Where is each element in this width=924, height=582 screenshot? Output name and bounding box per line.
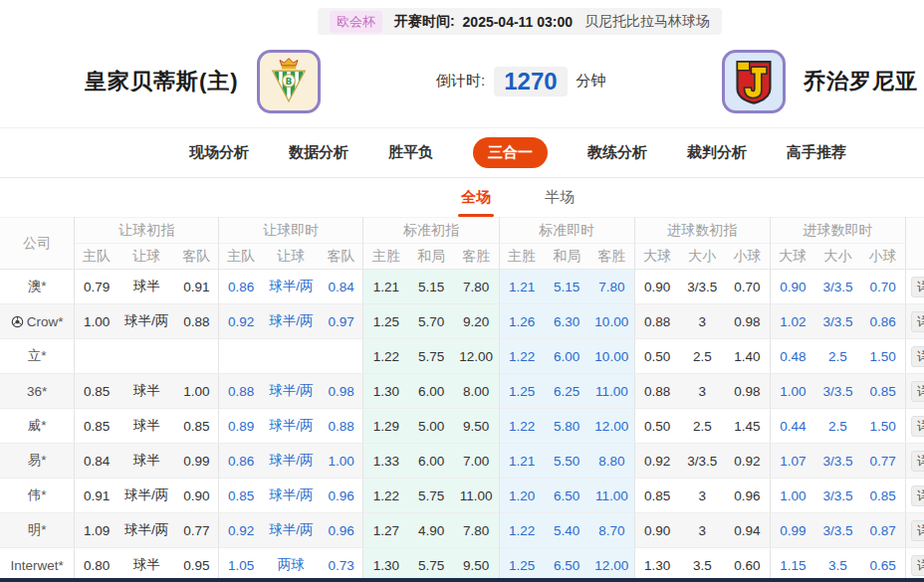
odds-cell: 10.00 bbox=[589, 339, 634, 374]
table-row: Crow*1.00球半/两0.880.92球半/两0.971.255.709.2… bbox=[0, 304, 924, 339]
league-badge[interactable]: 欧会杯 bbox=[330, 11, 382, 33]
detail-column-header bbox=[906, 218, 924, 270]
detail-button[interactable]: 详 bbox=[911, 520, 924, 541]
odds-table: 公司让球初指让球即时标准初指标准即时进球数初指进球数即时主队让球客队主队让球客队… bbox=[0, 217, 924, 582]
odds-cell: 0.84 bbox=[320, 270, 363, 304]
odds-cell: 1.25 bbox=[499, 374, 544, 409]
odds-cell: 0.80 bbox=[75, 548, 118, 582]
column-subheader: 主队 bbox=[75, 244, 118, 270]
odds-cell: 0.44 bbox=[770, 409, 814, 444]
odds-cell: 1.29 bbox=[363, 409, 408, 444]
odds-cell: 0.92 bbox=[725, 444, 770, 479]
odds-cell: 1.45 bbox=[725, 409, 770, 444]
odds-cell: 0.77 bbox=[860, 444, 905, 479]
detail-button[interactable]: 详 bbox=[911, 555, 924, 576]
tab-expert-picks[interactable]: 高手推荐 bbox=[787, 143, 846, 162]
odds-cell: 0.90 bbox=[634, 270, 679, 304]
odds-cell: 1.05 bbox=[219, 548, 263, 582]
odds-cell: 3 bbox=[680, 304, 725, 339]
odds-cell: 4.90 bbox=[408, 513, 453, 548]
odds-cell: 5.70 bbox=[408, 304, 453, 339]
tab-live-analysis[interactable]: 现场分析 bbox=[189, 143, 249, 162]
odds-cell: 1.22 bbox=[499, 409, 544, 444]
company-cell: 澳* bbox=[0, 270, 75, 304]
detail-button[interactable]: 详 bbox=[911, 485, 924, 506]
column-subheader: 小球 bbox=[860, 244, 905, 270]
detail-cell: 详 bbox=[906, 339, 924, 374]
column-subheader: 大小 bbox=[815, 244, 860, 270]
odds-cell: 1.21 bbox=[363, 270, 408, 304]
odds-cell: 0.90 bbox=[174, 479, 218, 513]
away-team-name[interactable]: 乔治罗尼亚 bbox=[804, 67, 918, 97]
odds-cell: 12.00 bbox=[454, 339, 499, 374]
odds-cell: 6.25 bbox=[544, 374, 588, 409]
nav-tabs: 现场分析数据分析胜平负三合一教练分析裁判分析高手推荐 bbox=[189, 137, 846, 168]
odds-cell: 3.5 bbox=[680, 548, 725, 582]
detail-button[interactable]: 详 bbox=[911, 311, 924, 332]
odds-cell: 1.00 bbox=[770, 374, 814, 409]
kickoff-time: 2025-04-11 03:00 bbox=[463, 14, 574, 30]
odds-cell: 1.33 bbox=[363, 444, 408, 479]
odds-cell: 球半/两 bbox=[263, 270, 319, 304]
odds-cell: 0.50 bbox=[634, 409, 679, 444]
odds-cell: 7.80 bbox=[454, 270, 499, 304]
odds-cell: 10.00 bbox=[589, 304, 634, 339]
table-row: 易*0.84球半0.990.86球半/两1.001.336.007.001.21… bbox=[0, 444, 924, 479]
column-group-header: 标准初指 bbox=[363, 218, 499, 244]
detail-button[interactable]: 详 bbox=[911, 277, 924, 297]
odds-cell: 0.50 bbox=[634, 339, 679, 374]
home-team: 皇家贝蒂斯(主) B bbox=[85, 50, 321, 113]
detail-button[interactable]: 详 bbox=[911, 346, 924, 367]
odds-cell: 两球 bbox=[263, 548, 319, 582]
odds-cell: 11.00 bbox=[589, 374, 634, 409]
tab-three-in-one[interactable]: 三合一 bbox=[473, 137, 548, 168]
odds-cell: 2.5 bbox=[815, 339, 860, 374]
odds-cell: 0.92 bbox=[219, 513, 263, 548]
company-cell: Interwet* bbox=[0, 548, 75, 582]
column-group-header: 标准即时 bbox=[499, 218, 634, 244]
tab-referee-analysis[interactable]: 裁判分析 bbox=[687, 143, 747, 162]
odds-cell: 5.50 bbox=[544, 444, 588, 479]
detail-cell: 详 bbox=[906, 513, 924, 548]
detail-cell: 详 bbox=[906, 444, 924, 479]
odds-cell: 11.00 bbox=[589, 479, 634, 513]
odds-cell: 0.79 bbox=[75, 270, 118, 304]
odds-cell: 3 bbox=[680, 479, 725, 513]
odds-cell: 0.85 bbox=[174, 409, 218, 444]
odds-cell: 1.22 bbox=[363, 339, 408, 374]
table-row: 伟*0.91球半/两0.900.85球半/两0.961.225.7511.001… bbox=[0, 479, 924, 513]
tab-coach-analysis[interactable]: 教练分析 bbox=[587, 143, 647, 162]
table-row: 澳*0.79球半0.910.86球半/两0.841.215.157.801.21… bbox=[0, 270, 924, 304]
odds-cell: 球半 bbox=[118, 374, 174, 409]
odds-cell: 0.98 bbox=[725, 374, 770, 409]
odds-cell: 0.86 bbox=[219, 270, 263, 304]
odds-cell: 0.85 bbox=[75, 374, 118, 409]
odds-cell: 0.98 bbox=[320, 374, 363, 409]
odds-cell: 1.00 bbox=[75, 304, 118, 339]
odds-cell: 9.50 bbox=[454, 548, 499, 582]
company-cell: 立* bbox=[0, 339, 75, 374]
odds-cell: 1.21 bbox=[499, 270, 544, 304]
column-subheader: 主胜 bbox=[499, 244, 544, 270]
home-team-badge: B bbox=[257, 50, 321, 113]
tab-data-analysis[interactable]: 数据分析 bbox=[289, 143, 348, 162]
odds-cell: 5.80 bbox=[544, 409, 588, 444]
detail-button[interactable]: 详 bbox=[911, 381, 924, 402]
subtab-full-match[interactable]: 全场 bbox=[458, 178, 494, 217]
odds-cell: 1.22 bbox=[499, 339, 544, 374]
home-team-name[interactable]: 皇家贝蒂斯(主) bbox=[85, 67, 239, 97]
detail-button[interactable]: 详 bbox=[911, 416, 924, 437]
odds-cell: 5.75 bbox=[408, 548, 453, 582]
column-group-header: 进球数即时 bbox=[770, 218, 905, 244]
odds-cell: 9.20 bbox=[454, 304, 499, 339]
odds-cell: 0.99 bbox=[770, 513, 814, 548]
table-row: 明*1.09球半/两0.770.92球半/两0.961.274.907.801.… bbox=[0, 513, 924, 548]
odds-cell: 球半/两 bbox=[118, 304, 174, 339]
subtab-half-match[interactable]: 半场 bbox=[542, 178, 578, 217]
detail-button[interactable]: 详 bbox=[911, 451, 924, 472]
odds-cell: 0.96 bbox=[320, 513, 363, 548]
odds-cell bbox=[263, 339, 319, 374]
odds-cell: 0.96 bbox=[725, 479, 770, 513]
tab-win-draw-lose[interactable]: 胜平负 bbox=[388, 143, 433, 162]
odds-cell: 0.65 bbox=[860, 548, 905, 582]
